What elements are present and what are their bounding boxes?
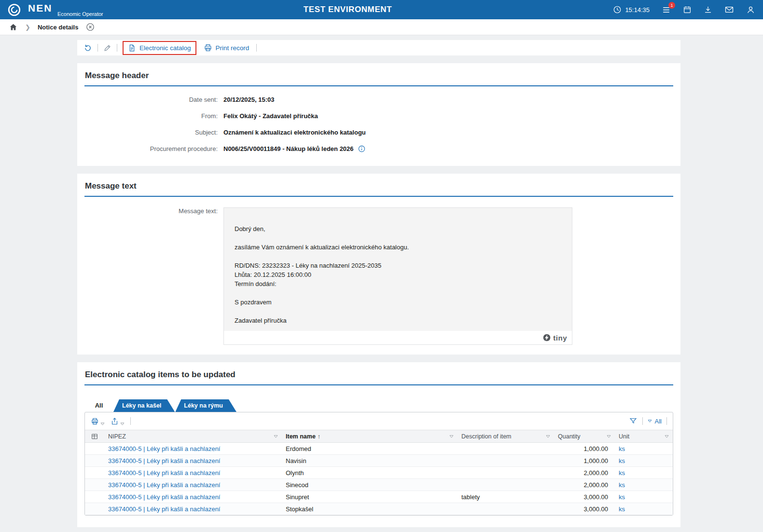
field-from: From: Felix Okátý - Zadavatel příručka	[84, 111, 673, 121]
message-line	[235, 307, 561, 316]
item-name-cell: Sinupret	[282, 493, 458, 501]
electronic-catalog-label: Electronic catalog	[139, 44, 191, 52]
tab-leky-na-kasel[interactable]: Léky na kašel	[113, 399, 175, 412]
grid-header-row: NIPEZ Item name ↑ Description of item Qu…	[85, 430, 673, 443]
field-date-sent: Date sent: 20/12/2025, 15:03	[84, 95, 673, 104]
clock-widget: 15:14:35	[613, 5, 650, 14]
current-time: 15:14:35	[625, 6, 650, 14]
breadcrumb-chevron-icon: ❯	[25, 24, 30, 31]
nipez-link[interactable]: 33674000-5 | Léky při kašli a nachlazení	[104, 457, 282, 464]
toolbar-separator	[97, 44, 98, 52]
table-row[interactable]: 33674000-5 | Léky při kašli a nachlazení…	[85, 467, 673, 479]
unit-cell[interactable]: ks	[615, 505, 673, 513]
print-record-label: Print record	[216, 44, 250, 52]
filter-scope-dropdown[interactable]: All	[648, 418, 662, 425]
field-subject: Subject: Oznámení k aktualizaci elektron…	[84, 128, 673, 137]
column-filter-icon[interactable]	[665, 435, 669, 438]
clock-icon	[613, 5, 622, 14]
message-line: zasíláme Vám oznámení k aktualizaci elek…	[235, 243, 561, 252]
mail-icon[interactable]	[724, 5, 734, 14]
column-filter-icon[interactable]	[274, 435, 278, 438]
document-icon	[128, 44, 136, 52]
catalog-tabs: All Léky na kašel Léky na rýmu	[84, 399, 673, 412]
download-icon[interactable]	[704, 5, 712, 14]
home-icon[interactable]	[9, 23, 18, 32]
table-row[interactable]: 33674000-5 | Léky při kašli a nachlazení…	[85, 455, 673, 467]
grid-columns-icon	[91, 433, 98, 440]
column-filter-icon[interactable]	[546, 435, 550, 438]
printer-icon	[204, 43, 212, 52]
edit-pencil-icon[interactable]	[103, 44, 111, 52]
toolbar-separator	[642, 417, 643, 425]
tab-all[interactable]: All	[84, 399, 113, 412]
top-bar: NEN Economic Operator TEST ENVIRONMENT 1…	[0, 0, 763, 19]
dropdown-triangle-icon	[100, 423, 105, 425]
user-icon[interactable]	[746, 5, 755, 14]
breadcrumb-current: Notice details	[38, 24, 79, 31]
table-row[interactable]: 33674000-5 | Léky při kašli a nachlazení…	[85, 479, 673, 491]
unit-cell[interactable]: ks	[615, 469, 673, 477]
unit-cell[interactable]: ks	[615, 457, 673, 464]
message-text-section: Message text Message text: Dobrý den, za…	[77, 174, 680, 355]
print-record-button[interactable]: Print record	[202, 41, 251, 54]
table-row[interactable]: 33674000-5 | Léky při kašli a nachlazení…	[85, 443, 673, 455]
filter-scope-label: All	[655, 418, 662, 425]
field-value: N006/25/V00011849 - Nákup léků leden 202…	[223, 144, 354, 153]
table-row[interactable]: 33674000-5 | Léky při kašli a nachlazení…	[85, 503, 673, 515]
toolbar-separator	[117, 44, 117, 52]
nipez-link[interactable]: 33674000-5 | Léky při kašli a nachlazení	[104, 505, 282, 513]
unit-cell[interactable]: ks	[615, 481, 673, 489]
field-value: 20/12/2025, 15:03	[223, 95, 275, 104]
catalog-grid: All NIPEZ Item name ↑	[84, 412, 673, 516]
sort-ascending-icon: ↑	[318, 433, 321, 440]
message-text-label: Message text:	[84, 207, 223, 345]
message-text-body: Dobrý den, zasíláme Vám oznámení k aktua…	[224, 208, 572, 331]
nipez-link[interactable]: 33674000-5 | Léky při kašli a nachlazení	[104, 481, 282, 489]
nipez-link[interactable]: 33674000-5 | Léky při kašli a nachlazení	[104, 445, 282, 452]
grid-export-button[interactable]	[111, 417, 125, 425]
item-name-cell: Erdomed	[282, 445, 458, 452]
record-toolbar: Electronic catalog Print record	[77, 40, 680, 55]
info-icon[interactable]	[358, 145, 366, 153]
history-back-icon[interactable]	[83, 43, 92, 52]
message-text-title: Message text	[84, 180, 673, 196]
electronic-catalog-button[interactable]: Electronic catalog	[123, 41, 196, 55]
description-cell: tablety	[458, 493, 554, 501]
toolbar-separator	[256, 44, 257, 52]
dropdown-triangle-icon	[120, 423, 125, 425]
column-filter-icon[interactable]	[449, 435, 454, 438]
column-filter-icon[interactable]	[607, 435, 611, 438]
column-header-quantity[interactable]: Quantity	[554, 430, 615, 442]
item-name-cell: Stopkašel	[282, 505, 458, 513]
message-line	[235, 288, 561, 298]
tab-leky-na-rymu[interactable]: Léky na rýmu	[175, 399, 236, 412]
column-header-description[interactable]: Description of item	[458, 430, 554, 442]
column-settings-button[interactable]	[85, 430, 104, 442]
quantity-cell: 1,000.00	[554, 457, 615, 464]
nipez-link[interactable]: 33674000-5 | Léky při kašli a nachlazení	[104, 493, 282, 501]
column-header-unit[interactable]: Unit	[615, 430, 673, 442]
column-header-nipez[interactable]: NIPEZ	[104, 430, 282, 442]
item-name-cell: Sinecod	[282, 481, 458, 489]
quantity-cell: 2,000.00	[554, 481, 615, 489]
section-rule	[84, 384, 673, 385]
unit-cell[interactable]: ks	[615, 445, 673, 452]
tiny-logo-icon	[543, 334, 551, 341]
unit-cell[interactable]: ks	[615, 493, 673, 501]
grid-body: 33674000-5 | Léky při kašli a nachlazení…	[85, 443, 673, 515]
calendar-icon[interactable]	[683, 5, 692, 14]
section-rule	[84, 85, 673, 86]
editor-status-bar: tiny	[224, 331, 572, 344]
message-text-editor: Dobrý den, zasíláme Vám oznámení k aktua…	[223, 207, 572, 345]
grid-print-button[interactable]	[91, 417, 105, 425]
column-header-item-name[interactable]: Item name ↑	[282, 430, 458, 442]
field-value: Felix Okátý - Zadavatel příručka	[223, 111, 318, 121]
close-tab-icon[interactable]	[85, 22, 95, 32]
toolbar-separator	[666, 417, 667, 425]
table-row[interactable]: 33674000-5 | Léky při kašli a nachlazení…	[85, 491, 673, 503]
message-line: RD/DNS: 23232323 - Léky na nachlazení 20…	[235, 261, 561, 270]
field-label: Procurement procedure:	[84, 144, 223, 153]
notifications-icon[interactable]: 1	[662, 5, 671, 14]
filter-icon[interactable]	[629, 417, 638, 425]
nipez-link[interactable]: 33674000-5 | Léky při kašli a nachlazení	[104, 469, 282, 477]
